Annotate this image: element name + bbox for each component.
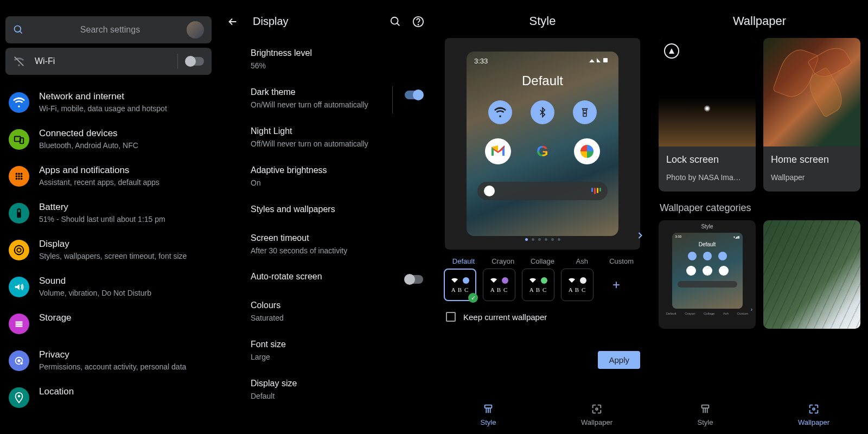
row-title: Sound: [39, 276, 151, 286]
style-title: Style: [434, 0, 651, 38]
row-title: Colours: [251, 301, 423, 310]
tab-wallpaper[interactable]: Wallpaper: [542, 403, 651, 426]
category-style[interactable]: Style 3:33▾◢▮ Default › DefaultCrayonCol…: [659, 220, 756, 329]
row-sub: Assistant, recent apps, default apps: [39, 178, 159, 187]
compass-icon[interactable]: [664, 43, 679, 59]
lock-sub: Photo by NASA Ima…: [666, 173, 748, 182]
svg-rect-20: [16, 323, 23, 325]
settings-row-battery[interactable]: Battery51% - Should last until about 1:1…: [0, 195, 217, 232]
svg-rect-19: [16, 321, 23, 323]
row-title: Auto-rotate screen: [251, 272, 423, 282]
svg-rect-16: [18, 208, 20, 209]
settings-row-wifi[interactable]: Network and internetWi-Fi, mobile, data …: [0, 85, 217, 122]
home-screen-card[interactable]: Home screen Wallpaper: [763, 38, 860, 192]
settings-row-devices[interactable]: Connected devicesBluetooth, Android Auto…: [0, 122, 217, 158]
display-row[interactable]: Adaptive brightnessOn: [217, 159, 434, 198]
settings-row-apps[interactable]: Apps and notificationsAssistant, recent …: [0, 158, 217, 195]
qs-bluetooth-icon: [531, 100, 554, 124]
style-label[interactable]: Default: [444, 257, 483, 265]
settings-row-storage[interactable]: Storage: [0, 306, 217, 343]
chevron-right-icon: ›: [751, 307, 752, 312]
lock-screen-card[interactable]: Lock screen Photo by NASA Ima…: [659, 38, 756, 192]
svg-point-5: [16, 173, 18, 175]
settings-row-sound[interactable]: SoundVolume, vibration, Do Not Disturb: [0, 269, 217, 306]
wifi-quick-toggle[interactable]: Wi-Fi: [5, 48, 212, 75]
keep-wallpaper-row[interactable]: Keep current wallpaper: [434, 301, 651, 327]
svg-point-7: [21, 173, 23, 175]
display-row[interactable]: Display sizeDefault: [217, 372, 434, 411]
style-thumbs: A B C✓A B CA B CA B C+: [434, 269, 651, 301]
check-icon: ✓: [468, 293, 478, 303]
display-row[interactable]: Font sizeLarge: [217, 333, 434, 372]
display-panel: Display Brightness level56%Dark themeOn/…: [217, 0, 434, 434]
row-sub: Default: [251, 391, 423, 401]
toggle-switch[interactable]: [405, 275, 423, 284]
settings-row-privacy[interactable]: PrivacyPermissions, account activity, pe…: [0, 343, 217, 380]
tab-wallpaper[interactable]: Wallpaper: [760, 403, 868, 426]
location-icon: [9, 387, 29, 408]
tab-style[interactable]: Style: [651, 403, 760, 426]
display-row[interactable]: Screen timeoutAfter 30 seconds of inacti…: [217, 227, 434, 266]
settings-row-location[interactable]: Location: [0, 380, 217, 417]
row-sub: 51% - Should last until about 1:15 pm: [39, 215, 165, 224]
storage-icon: [9, 314, 29, 334]
back-icon[interactable]: [227, 16, 239, 28]
row-sub: Off/Will never turn on automatically: [251, 139, 423, 149]
wallpaper-cards: Lock screen Photo by NASA Ima… Home scre…: [651, 38, 868, 192]
svg-point-23: [17, 359, 21, 362]
style-preview[interactable]: 3:33 Default G G: [445, 38, 640, 250]
style-thumb[interactable]: A B C: [561, 269, 593, 301]
display-row[interactable]: Auto-rotate screen: [217, 265, 434, 294]
avatar[interactable]: [187, 21, 204, 39]
mini-title: Style: [701, 220, 713, 233]
category-aerial[interactable]: [763, 220, 860, 329]
categories-label: Wallpaper categories: [651, 192, 868, 220]
chevron-right-icon[interactable]: [633, 228, 648, 243]
style-tab-icon: [482, 403, 494, 415]
search-icon[interactable]: [390, 16, 401, 28]
pager-dots: [445, 238, 640, 241]
row-sub: 56%: [251, 61, 423, 71]
display-row[interactable]: Styles and wallpapers: [217, 198, 434, 227]
wifi-icon: [9, 92, 29, 113]
style-label[interactable]: Ash: [562, 257, 602, 265]
style-label[interactable]: Custom: [602, 257, 641, 265]
search-settings[interactable]: Search settings: [5, 16, 212, 43]
row-sub: On: [251, 178, 423, 188]
display-row[interactable]: Dark themeOn/Will never turn off automat…: [217, 81, 434, 120]
preview-time: 3:33: [474, 57, 488, 65]
apply-button[interactable]: Apply: [598, 351, 640, 369]
svg-point-26: [391, 17, 398, 24]
row-title: Display: [39, 239, 187, 250]
row-title: Apps and notifications: [39, 165, 159, 176]
settings-row-brightness[interactable]: DisplayStyles, wallpapers, screen timeou…: [0, 232, 217, 269]
style-tab-icon: [699, 403, 711, 415]
lock-title: Lock screen: [666, 154, 748, 165]
search-icon: [13, 24, 24, 35]
display-header: Display: [217, 0, 434, 42]
preview-label: Default: [467, 73, 618, 88]
toggle-switch[interactable]: [405, 91, 423, 99]
svg-rect-35: [702, 405, 709, 409]
display-row[interactable]: Brightness level56%: [217, 42, 434, 81]
style-thumb[interactable]: A B C: [483, 269, 515, 301]
display-row[interactable]: ColoursSaturated: [217, 294, 434, 333]
display-row[interactable]: Night LightOff/Will never turn on automa…: [217, 120, 434, 159]
svg-point-17: [15, 246, 24, 255]
gmail-icon: [485, 138, 511, 164]
add-style-button[interactable]: +: [600, 269, 633, 301]
tab-style[interactable]: Style: [434, 403, 542, 426]
style-label[interactable]: Crayon: [483, 257, 523, 265]
category-row: Style 3:33▾◢▮ Default › DefaultCrayonCol…: [651, 220, 868, 329]
svg-point-6: [18, 173, 20, 175]
style-label[interactable]: Collage: [523, 257, 563, 265]
svg-point-36: [813, 408, 815, 410]
help-icon[interactable]: [412, 16, 424, 28]
style-thumb[interactable]: A B C: [522, 269, 554, 301]
svg-point-18: [17, 248, 21, 252]
row-sub: Styles, wallpapers, screen timeout, font…: [39, 252, 187, 260]
style-thumb[interactable]: A B C✓: [444, 269, 476, 301]
wifi-switch[interactable]: [186, 57, 204, 66]
checkbox[interactable]: [446, 312, 456, 322]
g-logo-icon: G: [484, 186, 495, 196]
